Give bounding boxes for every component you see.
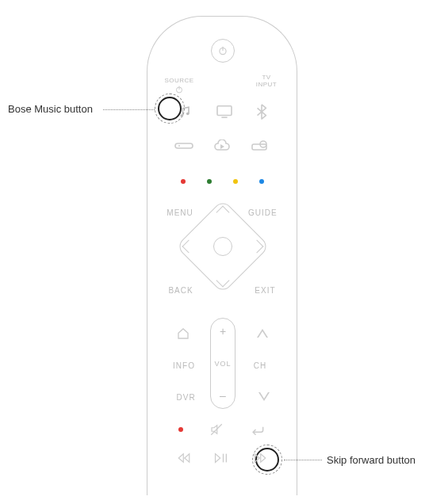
- cloud-play-icon: [213, 139, 232, 152]
- callout-skip-forward: Skip forward button: [327, 454, 415, 466]
- home-button[interactable]: [176, 326, 190, 341]
- channel-up-button[interactable]: [257, 329, 268, 338]
- bose-music-button[interactable]: [177, 104, 193, 120]
- back-button[interactable]: BACK: [168, 286, 193, 295]
- projector-button[interactable]: [251, 139, 270, 152]
- projector-icon: [251, 139, 270, 152]
- volume-label: VOL: [214, 360, 231, 368]
- color-dots-row: [147, 179, 297, 184]
- channel-down-button[interactable]: [258, 392, 270, 402]
- svg-rect-8: [175, 143, 193, 148]
- mute-icon: [209, 422, 224, 437]
- volume-rocker[interactable]: + VOL –: [210, 318, 235, 409]
- soundbar-icon: [174, 141, 193, 151]
- tv-input-label: TV INPUT: [251, 74, 282, 88]
- skip-back-icon: [177, 452, 191, 464]
- source-label: SOURCE: [163, 77, 195, 84]
- dpad-ok[interactable]: [213, 237, 232, 256]
- skip-back-button[interactable]: [177, 452, 191, 464]
- skip-forward-icon: [253, 452, 267, 464]
- bluetooth-button[interactable]: [256, 104, 267, 120]
- play-pause-button[interactable]: [214, 452, 230, 464]
- info-button[interactable]: INFO: [172, 361, 196, 370]
- record-button[interactable]: [178, 427, 183, 432]
- svg-point-4: [180, 114, 183, 117]
- source-power-icon: [174, 85, 184, 94]
- return-icon: [250, 424, 266, 435]
- ch-label: CH: [248, 361, 272, 370]
- dvr-button[interactable]: DVR: [174, 393, 198, 402]
- tv-source-button[interactable]: [216, 105, 233, 119]
- volume-down[interactable]: –: [220, 389, 226, 402]
- svg-point-9: [178, 145, 180, 147]
- remote-body: SOURCE TV INPUT: [147, 16, 297, 495]
- mute-button[interactable]: [209, 422, 224, 437]
- green-dot-button[interactable]: [207, 179, 212, 184]
- play-pause-icon: [214, 452, 230, 464]
- volume-up[interactable]: +: [220, 325, 226, 338]
- yellow-dot-button[interactable]: [233, 179, 238, 184]
- skip-forward-button[interactable]: [253, 452, 267, 464]
- bluetooth-icon: [256, 104, 267, 120]
- soundbar-button[interactable]: [174, 141, 193, 151]
- return-button[interactable]: [250, 424, 266, 435]
- callout-bose-music: Bose Music button: [8, 103, 93, 115]
- tv-icon: [216, 105, 233, 119]
- red-dot-button[interactable]: [181, 179, 186, 184]
- power-icon: [217, 45, 228, 56]
- exit-button[interactable]: EXIT: [255, 286, 275, 295]
- svg-point-5: [186, 113, 190, 116]
- cloud-play-button[interactable]: [213, 139, 232, 152]
- dpad: [179, 203, 266, 290]
- home-icon: [176, 326, 190, 341]
- svg-rect-6: [217, 106, 232, 116]
- power-button[interactable]: [211, 39, 235, 63]
- blue-dot-button[interactable]: [259, 179, 264, 184]
- music-note-icon: [177, 104, 193, 120]
